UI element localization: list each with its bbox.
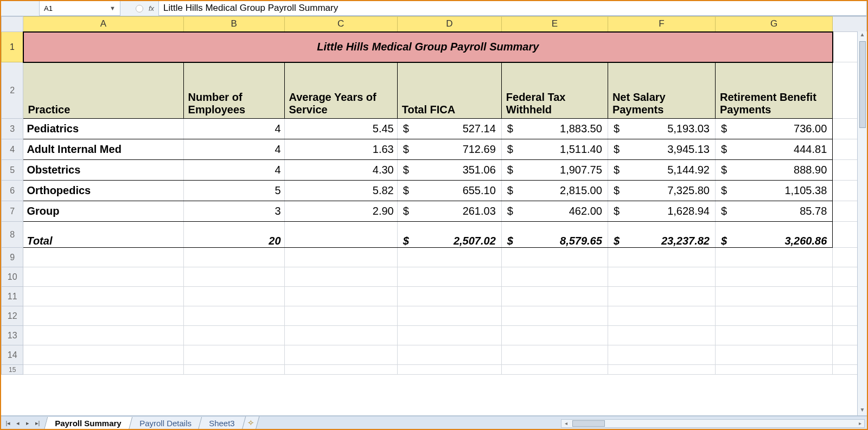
scroll-right-icon[interactable]: ▸ xyxy=(856,420,864,426)
row-header-3[interactable]: 3 xyxy=(2,119,23,139)
scroll-up-icon[interactable]: ▲ xyxy=(860,31,865,40)
practice-cell[interactable]: Pediatrics xyxy=(23,119,183,139)
row-5: 5 Obstetrics 4 4.30 $351.06 $1,907.75 $5… xyxy=(2,160,867,181)
num-cell[interactable]: 4 xyxy=(183,160,284,181)
yrs-cell[interactable]: 1.63 xyxy=(284,139,397,160)
col-header-G[interactable]: G xyxy=(715,17,832,32)
fed-cell[interactable]: $1,907.75 xyxy=(501,160,608,181)
total-num[interactable]: 20 xyxy=(183,222,284,248)
tab-nav-first-icon[interactable]: |◂ xyxy=(3,419,13,428)
hdr-num-employees[interactable]: Number of Employees xyxy=(183,62,284,119)
tab-nav-next-icon[interactable]: ▸ xyxy=(23,419,33,428)
sheet-tab-payroll-details[interactable]: Payroll Details xyxy=(128,417,202,430)
row-header-13[interactable]: 13 xyxy=(2,326,23,345)
yrs-cell[interactable]: 5.45 xyxy=(284,119,397,139)
fed-cell[interactable]: $1,511.40 xyxy=(501,139,608,160)
row-header-6[interactable]: 6 xyxy=(2,181,23,201)
row-header-14[interactable]: 14 xyxy=(2,345,23,365)
practice-cell[interactable]: Orthopedics xyxy=(23,181,183,201)
row-header-4[interactable]: 4 xyxy=(2,139,23,160)
name-box-dropdown-icon[interactable]: ▼ xyxy=(110,5,116,11)
num-cell[interactable]: 4 xyxy=(183,139,284,160)
tab-nav-last-icon[interactable]: ▸| xyxy=(33,419,42,428)
scroll-thumb[interactable] xyxy=(859,41,866,128)
row-header-2[interactable]: 2 xyxy=(2,62,23,119)
scroll-left-icon[interactable]: ◂ xyxy=(561,420,570,426)
spreadsheet-grid[interactable]: A B C D E F G 1 Little Hills Medical Gro… xyxy=(1,16,867,416)
col-header-F[interactable]: F xyxy=(608,17,715,32)
scroll-down-icon[interactable]: ▼ xyxy=(860,407,865,415)
row-12: 12 xyxy=(2,306,867,326)
net-cell[interactable]: $5,193.03 xyxy=(608,119,715,139)
num-cell[interactable]: 3 xyxy=(183,201,284,222)
name-box[interactable]: A1 ▼ xyxy=(39,1,120,16)
sheet-tab-payroll-summary[interactable]: Payroll Summary xyxy=(44,417,132,430)
hdr-net-salary[interactable]: Net Salary Payments xyxy=(608,62,715,119)
select-all-corner[interactable] xyxy=(2,17,23,32)
ret-cell[interactable]: $1,105.38 xyxy=(715,181,832,201)
col-header-extra[interactable] xyxy=(833,17,867,32)
row-header-10[interactable]: 10 xyxy=(2,267,23,287)
sheet-tab-sheet3[interactable]: Sheet3 xyxy=(198,417,246,430)
row-header-1[interactable]: 1 xyxy=(2,32,23,62)
fx-label[interactable]: fx xyxy=(149,4,154,12)
net-cell[interactable]: $7,325.80 xyxy=(608,181,715,201)
practice-cell[interactable]: Group xyxy=(23,201,183,222)
col-header-D[interactable]: D xyxy=(397,17,501,32)
col-header-C[interactable]: C xyxy=(284,17,397,32)
fed-cell[interactable]: $2,815.00 xyxy=(501,181,608,201)
total-fed[interactable]: $8,579.65 xyxy=(501,222,608,248)
ret-cell[interactable]: $736.00 xyxy=(715,119,832,139)
row-header-9[interactable]: 9 xyxy=(2,248,23,267)
total-net[interactable]: $23,237.82 xyxy=(608,222,715,248)
row-header-5[interactable]: 5 xyxy=(2,160,23,181)
ret-cell[interactable]: $85.78 xyxy=(715,201,832,222)
num-cell[interactable]: 5 xyxy=(183,181,284,201)
fed-cell[interactable]: $1,883.50 xyxy=(501,119,608,139)
row-header-15[interactable]: 15 xyxy=(2,365,23,375)
fica-cell[interactable]: $655.10 xyxy=(397,181,501,201)
cancel-icon[interactable] xyxy=(136,5,143,12)
row-header-7[interactable]: 7 xyxy=(2,201,23,222)
hdr-avg-years[interactable]: Average Years of Service xyxy=(284,62,397,119)
practice-cell[interactable]: Adult Internal Med xyxy=(23,139,183,160)
col-header-E[interactable]: E xyxy=(501,17,608,32)
sheet-tabs-bar: |◂ ◂ ▸ ▸| Payroll Summary Payroll Detail… xyxy=(1,416,867,430)
num-cell[interactable]: 4 xyxy=(183,119,284,139)
net-cell[interactable]: $1,628.94 xyxy=(608,201,715,222)
fica-cell[interactable]: $261.03 xyxy=(397,201,501,222)
horizontal-scrollbar[interactable]: ◂ ▸ xyxy=(561,419,865,428)
row-header-8[interactable]: 8 xyxy=(2,222,23,248)
total-yrs[interactable] xyxy=(284,222,397,248)
row-1: 1 Little Hills Medical Group Payroll Sum… xyxy=(2,32,867,62)
hdr-fed-tax[interactable]: Federal Tax Withheld xyxy=(501,62,608,119)
hdr-practice[interactable]: Practice xyxy=(23,62,183,119)
hdr-retirement[interactable]: Retirement Benefit Payments xyxy=(715,62,832,119)
fica-cell[interactable]: $351.06 xyxy=(397,160,501,181)
hdr-total-fica[interactable]: Total FICA xyxy=(397,62,501,119)
net-cell[interactable]: $5,144.92 xyxy=(608,160,715,181)
tab-nav-prev-icon[interactable]: ◂ xyxy=(13,419,23,428)
hscroll-thumb[interactable] xyxy=(572,420,605,427)
yrs-cell[interactable]: 4.30 xyxy=(284,160,397,181)
yrs-cell[interactable]: 5.82 xyxy=(284,181,397,201)
row-header-11[interactable]: 11 xyxy=(2,287,23,306)
new-sheet-icon[interactable]: ✧ xyxy=(242,416,260,430)
col-header-A[interactable]: A xyxy=(23,17,183,32)
yrs-cell[interactable]: 2.90 xyxy=(284,201,397,222)
vertical-scrollbar[interactable]: ▲ ▼ xyxy=(857,31,867,415)
ret-cell[interactable]: $444.81 xyxy=(715,139,832,160)
total-fica[interactable]: $2,507.02 xyxy=(397,222,501,248)
fica-cell[interactable]: $527.14 xyxy=(397,119,501,139)
col-header-B[interactable]: B xyxy=(183,17,284,32)
formula-bar[interactable]: Little Hills Medical Group Payroll Summa… xyxy=(158,1,867,16)
total-ret[interactable]: $3,260.86 xyxy=(715,222,832,248)
practice-cell[interactable]: Obstetrics xyxy=(23,160,183,181)
fed-cell[interactable]: $462.00 xyxy=(501,201,608,222)
row-header-12[interactable]: 12 xyxy=(2,306,23,326)
title-cell[interactable]: Little Hills Medical Group Payroll Summa… xyxy=(23,32,833,62)
total-label[interactable]: Total xyxy=(23,222,183,248)
fica-cell[interactable]: $712.69 xyxy=(397,139,501,160)
ret-cell[interactable]: $888.90 xyxy=(715,160,832,181)
net-cell[interactable]: $3,945.13 xyxy=(608,139,715,160)
